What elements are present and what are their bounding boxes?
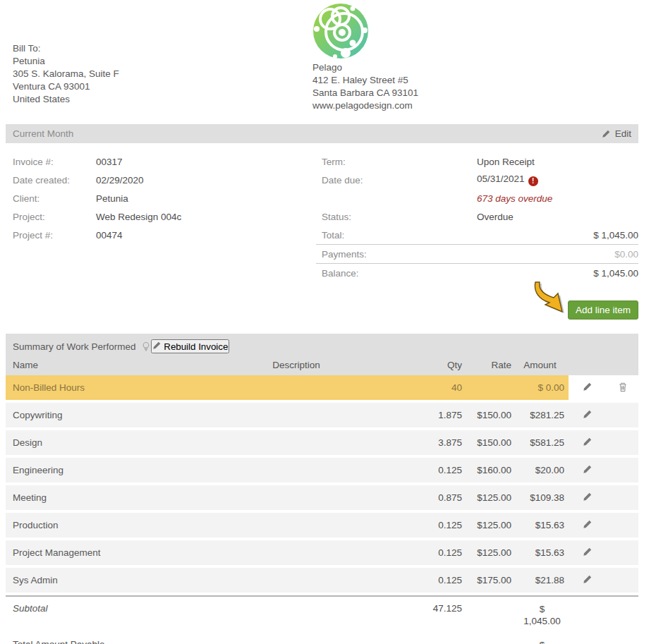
subtotal-amount: $ 1,045.00 [514,603,569,627]
total-value: $ 1,045.00 [593,230,638,241]
project-name: Web Redesign 004c [96,212,181,222]
add-line-item-area: Add line item [6,283,638,324]
edit-row-button[interactable] [580,380,595,395]
bill-to-block: Bill To: Petunia 305 S. Kalorama, Suite … [13,42,119,106]
field-label: Project #: [6,230,96,241]
table-row: Production 0.125 $125.00 $15.63 [6,513,638,537]
col-header-description: Description [176,360,416,370]
total-label: Total: [316,230,593,241]
table-row: Project Management 0.125 $125.00 $15.63 [6,540,638,565]
pencil-icon [583,382,593,391]
subtotal-label: Subtotal [6,603,176,614]
pencil-icon [602,129,611,138]
date-due-value: 05/31/2021! [477,174,538,186]
table-row: Meeting 0.875 $125.00 $109.38 [6,485,638,510]
edit-row-button[interactable] [580,435,595,450]
subtotal-qty: 47.125 [416,603,464,614]
bill-to-label: Bill To: [13,42,119,55]
field-label: Client: [6,193,96,204]
col-header-qty: Qty [416,360,464,370]
overdue-alert-icon: ! [528,176,538,186]
edit-row-button[interactable] [580,545,595,560]
add-line-item-button[interactable]: Add line item [568,300,638,320]
edit-button-label: Edit [615,128,631,139]
edit-row-button[interactable] [580,573,595,588]
pelago-logo [312,3,369,59]
bill-to-country: United States [13,93,119,106]
date-created: 02/29/2020 [96,175,144,186]
client-name: Petunia [96,193,128,204]
work-table: Summary of Work Performed Rebuild Invoic… [6,334,638,644]
total-payable-row: Total Amount Payable $ 1,045.00 [6,633,638,644]
pencil-icon [583,519,593,529]
table-row: Non-Billed Hours 40 $ 0.00 [6,375,638,400]
col-header-rate: Rate [464,360,514,370]
field-label: Status: [316,212,477,222]
table-row: Sys Admin 0.125 $175.00 $21.88 [6,568,638,593]
pencil-icon [583,409,593,419]
pencil-icon [583,574,593,584]
arrow-annotation [528,280,569,315]
invoice-panel-bar: Current Month Edit [6,124,638,143]
rebuild-invoice-label: Rebuild Invoice [164,341,228,352]
total-payable-label: Total Amount Payable [6,639,176,644]
project-number: 00474 [96,230,123,241]
company-website: www.pelagodesign.com [312,99,418,112]
edit-row-button[interactable] [580,463,595,478]
rebuild-invoice-button[interactable]: Rebuild Invoice [151,339,230,353]
panel-title: Current Month [13,128,73,139]
table-row: Engineering 0.125 $160.00 $20.00 [6,458,638,482]
field-label: Invoice #: [6,157,96,167]
pencil-icon [583,464,593,474]
balance-label: Balance: [316,268,593,279]
pencil-icon [583,492,593,502]
table-row: Copywriting 1.875 $150.00 $281.25 [6,403,638,427]
field-label: Term: [316,157,477,167]
field-label: Project: [6,212,96,222]
payments-label: Payments: [316,249,614,260]
field-label: Date due: [316,175,477,186]
bill-to-name: Petunia [13,55,119,68]
payments-value: $0.00 [614,249,638,260]
company-street: 412 E. Haley Street #5 [312,74,418,87]
edit-row-button[interactable] [580,490,595,505]
pencil-icon [583,547,593,557]
trash-icon [618,382,628,392]
col-header-amount: Amount [514,360,569,370]
invoice-number: 00317 [96,157,123,167]
invoice-page: Bill To: Petunia 305 S. Kalorama, Suite … [6,0,638,644]
company-city: Santa Barbara CA 93101 [312,87,418,99]
invoice-header: Bill To: Petunia 305 S. Kalorama, Suite … [6,0,638,124]
term-value: Upon Receipt [477,157,535,167]
delete-row-button[interactable] [615,380,631,396]
bill-to-city: Ventura CA 93001 [13,80,119,93]
col-header-name: Name [6,360,176,370]
field-label: Date created: [6,175,96,186]
work-table-title: Summary of Work Performed [13,341,136,352]
invoice-details: Invoice #:00317 Date created:02/29/2020 … [6,143,638,283]
pencil-icon [152,341,162,350]
subtotal-row: Subtotal 47.125 $ 1,045.00 [6,597,638,633]
lightbulb-icon[interactable] [141,341,151,352]
bill-to-street: 305 S. Kalorama, Suite F [13,68,119,80]
table-header-row: Name Description Qty Rate Amount [6,360,638,370]
edit-button[interactable]: Edit [602,128,631,139]
balance-value: $ 1,045.00 [593,268,638,279]
company-name: Pelago [312,61,418,74]
overdue-note: 673 days overdue [477,193,552,204]
table-row: Design 3.875 $150.00 $581.25 [6,430,638,455]
edit-row-button[interactable] [580,518,595,533]
company-block: Pelago 412 E. Haley Street #5 Santa Barb… [312,3,418,112]
pencil-icon [583,437,593,446]
total-payable-amount: $ 1,045.00 [514,639,569,644]
edit-row-button[interactable] [580,408,595,423]
status-value: Overdue [477,212,514,222]
